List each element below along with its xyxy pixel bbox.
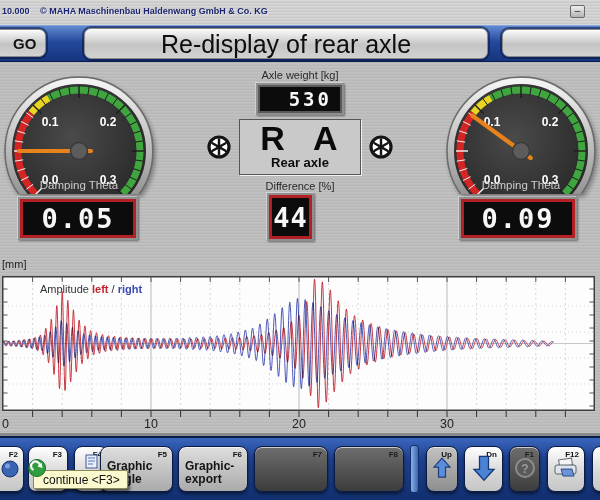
toolbar-button-page-down[interactable]: Dn	[464, 446, 503, 492]
amplitude-chart: 0102030	[2, 276, 596, 428]
x-tick-label: 20	[292, 417, 306, 429]
version-text: 10.000	[2, 6, 30, 16]
axle-weight-label: Axle weight [kg]	[0, 69, 600, 81]
svg-text:0.2: 0.2	[542, 115, 559, 129]
toolbar-separator	[410, 445, 419, 493]
arrow-down-icon	[472, 454, 496, 486]
svg-text:0.2: 0.2	[100, 115, 117, 129]
toolbar-button-f2-partial[interactable]: F2	[0, 446, 24, 492]
mm-unit-label: [mm]	[2, 258, 26, 270]
fkey-label: F8	[389, 450, 398, 459]
x-tick-label: 10	[144, 417, 158, 429]
svg-text:?: ?	[521, 462, 528, 476]
toolbar-button-graphic-export[interactable]: F6Graphic-export	[178, 446, 248, 492]
toolbar-button-page-up[interactable]: Up	[426, 446, 458, 492]
fkey-label: F5	[158, 450, 167, 459]
damping-display-right: 0.09	[459, 197, 577, 240]
damping-display-left: 0.05	[18, 197, 138, 240]
legend-separator: /	[108, 283, 117, 295]
title-panel: Re-display of rear axle	[84, 28, 488, 59]
wheel-icon-left	[207, 135, 231, 159]
header-band: GO Re-display of rear axle	[0, 25, 600, 62]
axle-box: R A Rear axle	[239, 119, 361, 175]
axle-name: Rear axle	[240, 156, 360, 170]
difference-display: 44	[267, 193, 314, 241]
fkey-label: F3	[53, 450, 62, 459]
minimize-icon: –	[575, 5, 581, 16]
legend-prefix: Amplitude	[40, 283, 92, 295]
logo-text: GO	[13, 35, 36, 52]
damping-value-right: 0.09	[461, 199, 575, 238]
copyright-text: © MAHA Maschinenbau Haldenwang GmbH & Co…	[40, 6, 268, 16]
page-title: Re-display of rear axle	[161, 30, 411, 58]
toolbar-button-partial-right[interactable]	[592, 446, 600, 492]
difference-value: 44	[269, 195, 312, 239]
continue-icon	[28, 459, 46, 481]
difference-label: Difference [%]	[0, 180, 600, 192]
printer-icon	[553, 457, 579, 483]
axle-weight-display: 530	[256, 83, 344, 115]
fkey-label: F7	[313, 450, 322, 459]
wheel-icon-right	[369, 135, 393, 159]
chart-legend: Amplitude left / right	[40, 283, 142, 295]
blue-circle-icon	[1, 460, 19, 482]
fkey-label: F6	[233, 450, 242, 459]
logo-button[interactable]: GO	[0, 29, 46, 57]
axle-code: R A	[240, 120, 360, 156]
legend-left: left	[92, 283, 109, 295]
arrow-up-icon	[432, 456, 452, 484]
maha-test-screen: 10.000 © MAHA Maschinenbau Haldenwang Gm…	[0, 0, 600, 500]
fkey-label: F2	[9, 450, 18, 459]
axle-weight-value: 530	[258, 85, 342, 113]
toolbar-tooltip: continue <F3>	[33, 470, 128, 489]
damping-value-left: 0.05	[20, 199, 136, 238]
header-right-panel	[502, 29, 600, 57]
toolbar-button-f7-blank[interactable]: F7	[254, 446, 328, 492]
toolbar-button-print[interactable]: F12	[547, 446, 585, 492]
minimize-button[interactable]: –	[570, 5, 585, 18]
svg-text:0.1: 0.1	[42, 115, 59, 129]
window-titlebar: 10.000 © MAHA Maschinenbau Haldenwang Gm…	[0, 0, 600, 25]
toolbar-button-f8-blank[interactable]: F8	[334, 446, 404, 492]
x-tick-label: 30	[440, 417, 454, 429]
legend-right: right	[118, 283, 142, 295]
toolbar-button-help[interactable]: F1?	[509, 446, 540, 492]
button-label: Graphic-export	[185, 460, 234, 486]
help-icon: ?	[514, 457, 536, 483]
x-tick-label: 0	[2, 417, 9, 429]
